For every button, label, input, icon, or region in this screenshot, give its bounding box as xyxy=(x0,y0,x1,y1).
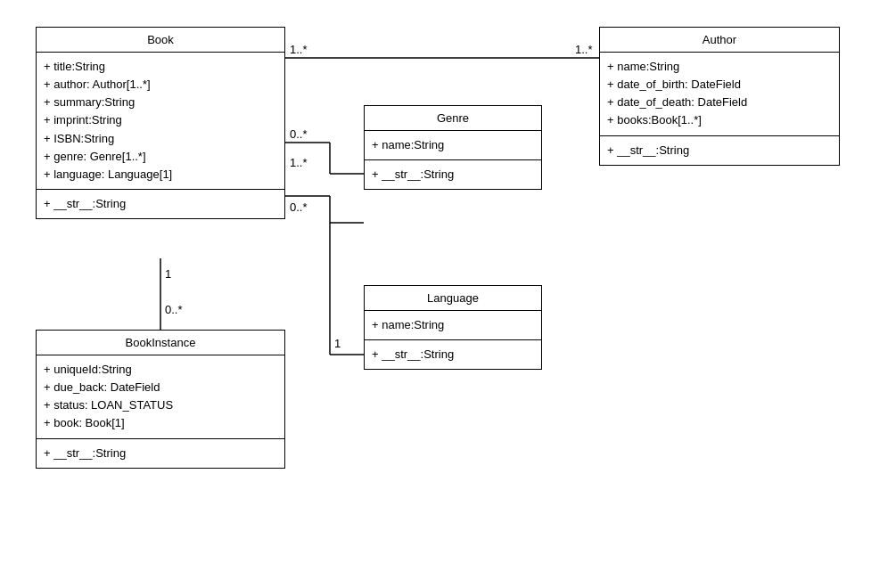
bookinstance-attr-2: + due_back: DateField xyxy=(44,379,277,396)
bookinstance-class-attributes: + uniqueId:String + due_back: DateField … xyxy=(37,355,284,439)
book-attr-6: + genre: Genre[1..*] xyxy=(44,148,277,166)
bookinstance-attr-1: + uniqueId:String xyxy=(44,361,277,379)
bookinstance-class-methods: + __str__:String xyxy=(37,439,284,468)
genre-method-1: + __str__:String xyxy=(372,166,534,184)
author-class-title: Author xyxy=(600,28,839,53)
bookinstance-method-1: + __str__:String xyxy=(44,445,277,462)
author-attr-4: + books:Book[1..*] xyxy=(607,111,832,129)
language-class-title: Language xyxy=(365,286,541,311)
label-language-mult: 1 xyxy=(334,337,341,350)
label-book-genre-left: 0..* xyxy=(290,127,308,141)
author-attr-2: + date_of_birth: DateField xyxy=(607,76,832,94)
book-class-title: Book xyxy=(37,28,284,53)
bookinstance-class: BookInstance + uniqueId:String + due_bac… xyxy=(36,330,285,469)
book-attr-5: + ISBN:String xyxy=(44,130,277,148)
author-attr-1: + name:String xyxy=(607,58,832,76)
label-book-author-right: 1..* xyxy=(575,43,593,56)
book-attr-3: + summary:String xyxy=(44,94,277,111)
book-attr-7: + language: Language[1] xyxy=(44,166,277,184)
language-class-methods: + __str__:String xyxy=(365,340,541,369)
author-attr-3: + date_of_death: DateField xyxy=(607,94,832,111)
label-bookinstance-book-bottom: 0..* xyxy=(165,303,183,316)
language-class: Language + name:String + __str__:String xyxy=(364,285,542,370)
genre-class-attributes: + name:String xyxy=(365,131,541,160)
author-method-1: + __str__:String xyxy=(607,142,832,159)
bookinstance-attr-3: + status: LOAN_STATUS xyxy=(44,396,277,414)
language-class-attributes: + name:String xyxy=(365,311,541,340)
book-attr-1: + title:String xyxy=(44,58,277,76)
language-method-1: + __str__:String xyxy=(372,346,534,363)
bookinstance-class-title: BookInstance xyxy=(37,331,284,355)
genre-attr-1: + name:String xyxy=(372,136,534,154)
book-attr-4: + imprint:String xyxy=(44,111,277,129)
genre-class-title: Genre xyxy=(365,106,541,131)
label-book-genre-bottom: 0..* xyxy=(290,200,308,214)
book-method-1: + __str__:String xyxy=(44,195,277,213)
label-book-genre-right: 1..* xyxy=(290,156,308,169)
author-class-methods: + __str__:String xyxy=(600,136,839,165)
book-class-attributes: + title:String + author: Author[1..*] + … xyxy=(37,53,284,190)
book-attr-2: + author: Author[1..*] xyxy=(44,76,277,94)
book-class: Book + title:String + author: Author[1..… xyxy=(36,27,285,219)
book-class-methods: + __str__:String xyxy=(37,190,284,218)
genre-class-methods: + __str__:String xyxy=(365,160,541,189)
genre-class: Genre + name:String + __str__:String xyxy=(364,105,542,190)
uml-diagram: 1..* 1..* 0..* 1..* 0..* 1 0..* 1 Book +… xyxy=(0,0,871,588)
author-class: Author + name:String + date_of_birth: Da… xyxy=(599,27,840,166)
bookinstance-attr-4: + book: Book[1] xyxy=(44,414,277,432)
language-attr-1: + name:String xyxy=(372,316,534,334)
label-bookinstance-book-top: 1 xyxy=(165,267,171,281)
author-class-attributes: + name:String + date_of_birth: DateField… xyxy=(600,53,839,136)
label-book-author-left: 1..* xyxy=(290,43,308,56)
